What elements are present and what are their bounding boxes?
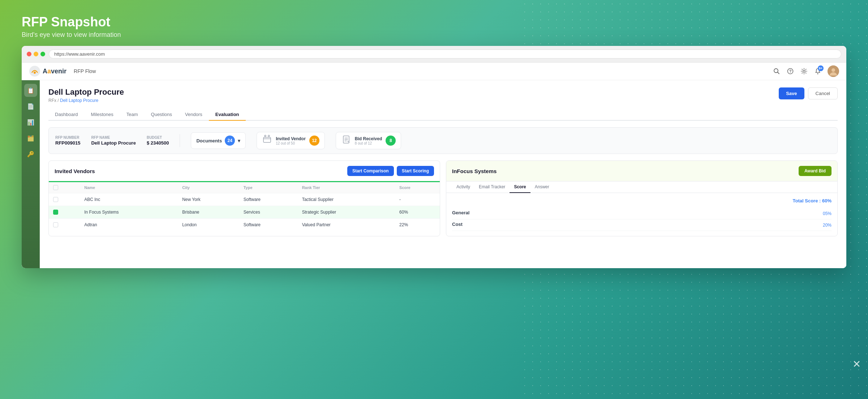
vendor-city-3: London bbox=[178, 219, 239, 231]
documents-chevron: ▾ bbox=[238, 138, 240, 143]
col-name: Name bbox=[80, 182, 178, 193]
infocus-tab-score[interactable]: Score bbox=[510, 181, 530, 193]
bid-received-icon bbox=[341, 134, 351, 147]
row-checkbox-1 bbox=[49, 193, 80, 206]
tabs: Dashboard Milestones Team Questions Vend… bbox=[48, 109, 838, 121]
sidebar-item-analytics[interactable]: 📊 bbox=[24, 116, 37, 129]
vendor-score-2: 60% bbox=[395, 206, 440, 219]
vendor-checkbox-3[interactable] bbox=[53, 222, 58, 227]
bid-received-badge: 8 bbox=[386, 136, 396, 146]
infocus-tabs: Activity Email Tracker Score Answer bbox=[446, 181, 837, 193]
sidebar-item-data[interactable]: 🗂️ bbox=[24, 132, 37, 145]
url-bar[interactable]: https://www.aavenir.com bbox=[49, 50, 841, 59]
vendors-panel: Invited Vendors Start Comparison Start S… bbox=[48, 160, 440, 236]
content-title: Dell Laptop Procure bbox=[48, 87, 124, 97]
two-col-layout: Invited Vendors Start Comparison Start S… bbox=[48, 160, 838, 236]
search-icon[interactable] bbox=[773, 67, 781, 75]
svg-point-7 bbox=[817, 73, 818, 74]
tab-milestones[interactable]: Milestones bbox=[85, 109, 120, 121]
start-scoring-button[interactable]: Start Scoring bbox=[397, 166, 434, 176]
col-rank: Rank Tier bbox=[298, 182, 395, 193]
browser-dots bbox=[27, 52, 45, 56]
infocus-body: Total Score : 60% General 05% Cost 20% bbox=[446, 193, 837, 236]
vendor-type-3: Software bbox=[239, 219, 298, 231]
close-dot[interactable] bbox=[27, 52, 31, 56]
logo: Aavenir bbox=[29, 65, 66, 77]
rfp-name-value: Dell Laptop Procure bbox=[91, 140, 136, 146]
vendor-rank-1: Tactical Supplier bbox=[298, 193, 395, 206]
documents-badge: 24 bbox=[225, 136, 235, 146]
rfp-budget-value: $ 2340500 bbox=[147, 140, 169, 146]
start-comparison-button[interactable]: Start Comparison bbox=[347, 166, 394, 176]
total-score-label: Total Score : bbox=[793, 198, 821, 203]
col-type: Type bbox=[239, 182, 298, 193]
vendor-table: Name City Type Rank Tier Score bbox=[49, 182, 440, 231]
breadcrumb-current: Dell Laptop Procure bbox=[60, 98, 98, 103]
svg-point-0 bbox=[29, 66, 40, 77]
invited-vendor-info: Invited Vendor 12 out of 50 bbox=[276, 136, 306, 145]
sidebar-item-reports[interactable]: 📄 bbox=[24, 100, 37, 113]
rfp-name-field: RFP Name Dell Laptop Procure bbox=[91, 136, 136, 146]
bid-received-label: Bid Received bbox=[355, 136, 382, 141]
top-nav: Aavenir RFP Flow ? 9+ bbox=[22, 63, 846, 80]
col-checkbox bbox=[49, 182, 80, 193]
col-score: Score bbox=[395, 182, 440, 193]
vendor-checkbox-1[interactable] bbox=[53, 197, 58, 202]
vendor-rank-3: Valued Partner bbox=[298, 219, 395, 231]
tab-vendors[interactable]: Vendors bbox=[179, 109, 209, 121]
row-checkbox-2 bbox=[49, 206, 80, 219]
rfp-flow-label: RFP Flow bbox=[74, 68, 96, 74]
minimize-dot[interactable] bbox=[34, 52, 38, 56]
breadcrumb: RFx / Dell Laptop Procure bbox=[48, 98, 124, 103]
award-bid-button[interactable]: Award Bid bbox=[799, 166, 832, 176]
documents-button[interactable]: Documents 24 ▾ bbox=[191, 132, 246, 149]
sidebar-item-keys[interactable]: 🔑 bbox=[24, 147, 37, 160]
title-section: Dell Laptop Procure RFx / Dell Laptop Pr… bbox=[48, 87, 124, 103]
save-button[interactable]: Save bbox=[779, 87, 804, 99]
total-score-value: 60% bbox=[822, 198, 832, 203]
maximize-dot[interactable] bbox=[40, 52, 45, 56]
infocus-title: InFocus Systems bbox=[452, 168, 497, 174]
vendor-checkbox-2[interactable] bbox=[53, 210, 58, 215]
avatar[interactable] bbox=[828, 65, 839, 77]
tab-questions[interactable]: Questions bbox=[145, 109, 179, 121]
close-button[interactable]: ✕ bbox=[852, 358, 861, 370]
notification-badge: 9+ bbox=[818, 65, 824, 71]
settings-icon[interactable] bbox=[800, 67, 808, 75]
help-icon[interactable]: ? bbox=[786, 67, 794, 75]
rfp-budget-label: Budget bbox=[147, 136, 169, 140]
vendor-type-2: Services bbox=[239, 206, 298, 219]
tab-team[interactable]: Team bbox=[120, 109, 145, 121]
notification-icon[interactable]: 9+ bbox=[814, 67, 822, 75]
cancel-button[interactable]: Cancel bbox=[808, 87, 838, 99]
vendor-table-body: ABC Inc New York Software Tactical Suppl… bbox=[49, 193, 440, 231]
rfp-name-label: RFP Name bbox=[91, 136, 136, 140]
documents-label: Documents bbox=[196, 138, 222, 143]
vendor-score-3: 22% bbox=[395, 219, 440, 231]
browser-bar: https://www.aavenir.com bbox=[22, 46, 846, 63]
rfp-number-value: RFP009015 bbox=[55, 140, 80, 146]
infocus-tab-answer[interactable]: Answer bbox=[530, 181, 554, 193]
breadcrumb-root[interactable]: RFx bbox=[48, 98, 56, 103]
svg-point-1 bbox=[34, 72, 36, 74]
content-area: Dell Laptop Procure RFx / Dell Laptop Pr… bbox=[40, 80, 846, 268]
select-all-checkbox[interactable] bbox=[53, 185, 58, 190]
vendor-city-1: New York bbox=[178, 193, 239, 206]
infocus-header: InFocus Systems Award Bid bbox=[446, 161, 837, 181]
invited-vendor-label: Invited Vendor bbox=[276, 136, 306, 141]
general-value: 05% bbox=[823, 211, 832, 216]
score-section-general: General 05% bbox=[452, 208, 832, 219]
logo-text: Aavenir bbox=[43, 68, 66, 75]
table-row: Adtran London Software Valued Partner 22… bbox=[49, 219, 440, 231]
page-header: RFP Snapshot Bird's eye view to view inf… bbox=[22, 11, 846, 39]
tab-evaluation[interactable]: Evaluation bbox=[209, 109, 246, 121]
infocus-panel: InFocus Systems Award Bid Activity Email… bbox=[446, 160, 838, 236]
invited-vendor-badge: 12 bbox=[309, 136, 319, 146]
vendor-name-2: In Focus Systems bbox=[80, 206, 178, 219]
tab-dashboard[interactable]: Dashboard bbox=[48, 109, 85, 121]
rfp-divider-1 bbox=[180, 134, 180, 147]
sidebar-item-documents[interactable]: 📋 bbox=[24, 84, 37, 97]
infocus-tab-email[interactable]: Email Tracker bbox=[474, 181, 510, 193]
infocus-tab-activity[interactable]: Activity bbox=[452, 181, 474, 193]
logo-icon bbox=[29, 65, 40, 77]
